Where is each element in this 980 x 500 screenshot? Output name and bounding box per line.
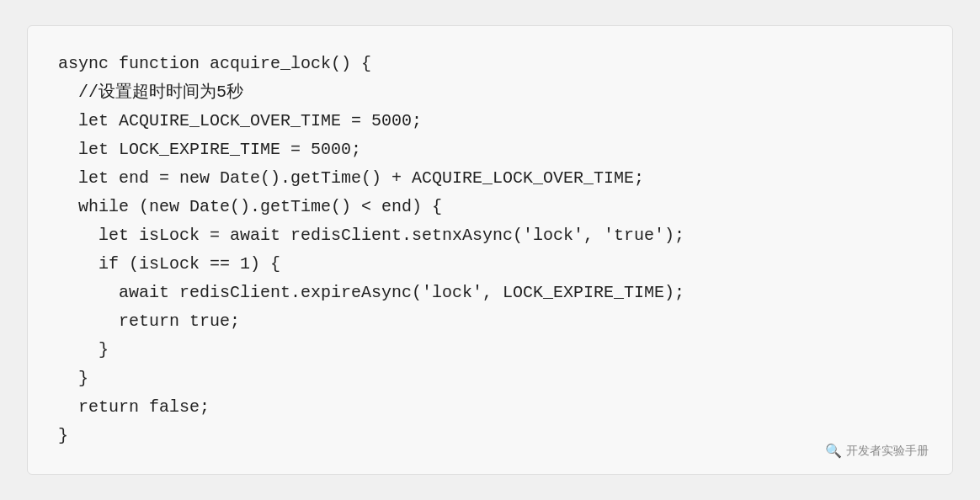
watermark-icon: 🔍 — [825, 443, 842, 459]
watermark: 🔍 开发者实验手册 — [825, 443, 929, 459]
watermark-text: 开发者实验手册 — [846, 444, 929, 459]
code-container: async function acquire_lock() { //设置超时时间… — [27, 25, 953, 475]
code-block: async function acquire_lock() { //设置超时时间… — [58, 50, 922, 450]
